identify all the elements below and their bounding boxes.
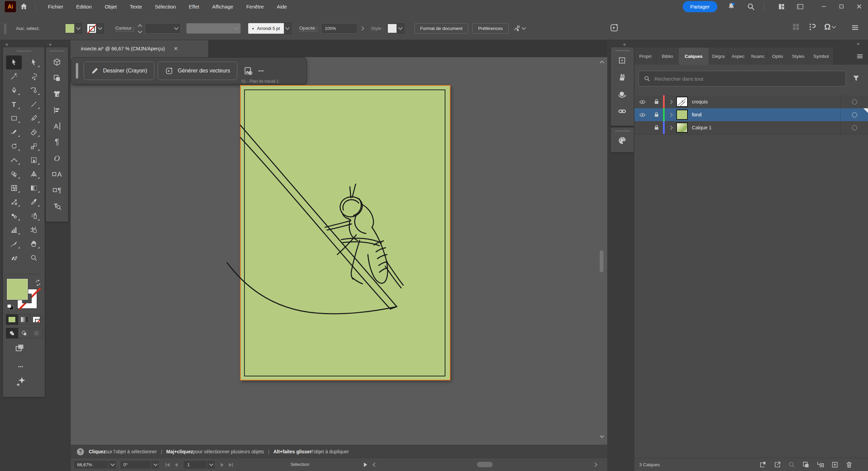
tool-scale[interactable]: [26, 139, 41, 153]
layer-visibility-toggle[interactable]: [634, 111, 650, 118]
menu-selection[interactable]: Sélection: [149, 0, 183, 13]
tool-symbol-sprayer[interactable]: [26, 209, 41, 223]
controlbar-grip[interactable]: [4, 23, 6, 34]
app-search-button[interactable]: [747, 2, 755, 11]
more-options-icon[interactable]: •••: [258, 68, 264, 74]
tool-perspective-grid[interactable]: [26, 167, 41, 181]
toolbar-grip[interactable]: [50, 50, 65, 52]
fill-dropdown-button[interactable]: [75, 23, 82, 33]
window-minimize-button[interactable]: [815, 0, 833, 13]
layer-lock-toggle[interactable]: [650, 125, 663, 131]
tool-rotate[interactable]: [6, 139, 22, 153]
background-rectangle-object[interactable]: [244, 90, 445, 376]
tool-free-transform[interactable]: [26, 153, 41, 167]
screen-mode-button[interactable]: [15, 343, 25, 353]
tool-graph[interactable]: [6, 223, 22, 237]
toolbar-collapse-icon[interactable]: «: [5, 42, 8, 47]
last-artboard-icon[interactable]: [228, 462, 234, 468]
delete-layer-icon[interactable]: [845, 461, 853, 469]
status-play-icon[interactable]: [362, 462, 368, 468]
export-icon[interactable]: [773, 461, 781, 469]
dock-brushes-panel[interactable]: [611, 69, 633, 86]
draw-pencil-button[interactable]: Dessiner (Crayon): [84, 62, 154, 80]
fill-swatch[interactable]: [65, 23, 75, 33]
menu-affichage[interactable]: Affichage: [206, 0, 240, 13]
style-swatch[interactable]: [387, 23, 397, 33]
tool-paragraph-panel[interactable]: ¶: [46, 134, 68, 150]
layer-thumbnail[interactable]: [676, 110, 688, 120]
tool-eyedropper[interactable]: [26, 195, 41, 209]
taskbar-drag-handle[interactable]: [76, 63, 78, 79]
layers-search-box[interactable]: [639, 71, 846, 86]
tool-line-segment[interactable]: [26, 97, 41, 111]
scroll-down-arrow[interactable]: [600, 434, 604, 438]
tab-symboles[interactable]: Symbol: [809, 48, 833, 65]
tab-proprietes[interactable]: Propri: [634, 48, 656, 65]
gradient-button[interactable]: [18, 314, 31, 325]
draw-normal-mode[interactable]: [6, 328, 18, 338]
fill-color-control[interactable]: [65, 23, 82, 33]
document-grid-icon[interactable]: [792, 22, 800, 31]
layers-search-input[interactable]: [654, 76, 832, 82]
tab-options[interactable]: Optio: [768, 48, 787, 65]
tool-dimension[interactable]: [6, 195, 22, 209]
discover-button[interactable]: [14, 375, 28, 388]
tool-blend[interactable]: [6, 209, 22, 223]
new-layer-icon[interactable]: [831, 461, 839, 469]
tool-direct-selection[interactable]: [26, 55, 41, 69]
tab-nuancier[interactable]: Nuanc: [748, 48, 767, 65]
tool-curvature[interactable]: [26, 83, 41, 97]
generate-vectors-button[interactable]: Générer des vecteurs: [158, 62, 237, 80]
illustrator-logo-icon[interactable]: Ai: [5, 1, 16, 12]
tab-aspect[interactable]: Aspec: [728, 48, 748, 65]
toolbar-grip[interactable]: [16, 50, 31, 52]
prev-artboard-icon[interactable]: [173, 462, 180, 468]
color-button[interactable]: [6, 314, 18, 325]
tool-artboard[interactable]: [26, 223, 41, 237]
first-artboard-icon[interactable]: [165, 462, 171, 468]
panel-arrange-button[interactable]: [796, 3, 804, 11]
tool-pen[interactable]: [6, 83, 22, 97]
notifications-button[interactable]: [727, 2, 736, 11]
menu-fenetre[interactable]: Fenêtre: [240, 0, 270, 13]
tool-gradient[interactable]: [26, 181, 41, 195]
layer-expand-toggle[interactable]: [665, 126, 676, 129]
tool-mesh[interactable]: [6, 181, 22, 195]
tool-paragraph-styles[interactable]: ¶: [46, 182, 68, 198]
tool-selection[interactable]: [6, 55, 22, 69]
tool-pathfinder[interactable]: [46, 70, 68, 86]
dock-collapse-icon[interactable]: «: [623, 42, 626, 47]
tab-bibliotheques[interactable]: Biblio: [657, 48, 678, 65]
tool-align[interactable]: [46, 102, 68, 118]
tool-zoom[interactable]: [26, 251, 41, 265]
scroll-left-arrow[interactable]: [373, 462, 377, 467]
fill-indicator[interactable]: [6, 278, 28, 300]
dock-grip[interactable]: [615, 130, 630, 132]
layer-thumbnail[interactable]: [676, 97, 688, 107]
toolbar-expand-icon[interactable]: »: [49, 42, 52, 47]
dock-transform-panel[interactable]: [611, 52, 633, 69]
stroke-dropdown-button[interactable]: [97, 23, 104, 33]
tab-calques[interactable]: Calques: [679, 48, 709, 65]
layer-lock-toggle[interactable]: [650, 112, 663, 118]
style-dropdown-button[interactable]: [397, 23, 404, 33]
tool-mockup[interactable]: [46, 86, 68, 102]
next-artboard-icon[interactable]: [219, 462, 225, 468]
tool-type[interactable]: T: [6, 97, 22, 111]
scroll-up-arrow[interactable]: [600, 61, 604, 65]
snap-options-icon[interactable]: [808, 22, 817, 31]
swap-fill-stroke-icon[interactable]: [34, 279, 42, 287]
artboard-nav-first-prev[interactable]: [165, 462, 180, 468]
none-button[interactable]: [30, 314, 42, 325]
tool-lasso[interactable]: [26, 69, 41, 83]
menu-fichier[interactable]: Fichier: [41, 0, 70, 13]
brush-definition-control[interactable]: ● Arrondi 5 pt: [248, 23, 291, 34]
tab-degrade[interactable]: Dégra: [709, 48, 728, 65]
share-button[interactable]: Partager: [683, 1, 717, 12]
layer-expand-toggle[interactable]: [665, 113, 676, 116]
new-sublayer-icon[interactable]: [816, 461, 824, 469]
contour-label[interactable]: Contour :: [115, 26, 134, 31]
dock-symbols-panel[interactable]: [611, 86, 633, 103]
tool-ellipse-text[interactable]: O: [46, 150, 68, 166]
home-button[interactable]: [20, 0, 28, 13]
